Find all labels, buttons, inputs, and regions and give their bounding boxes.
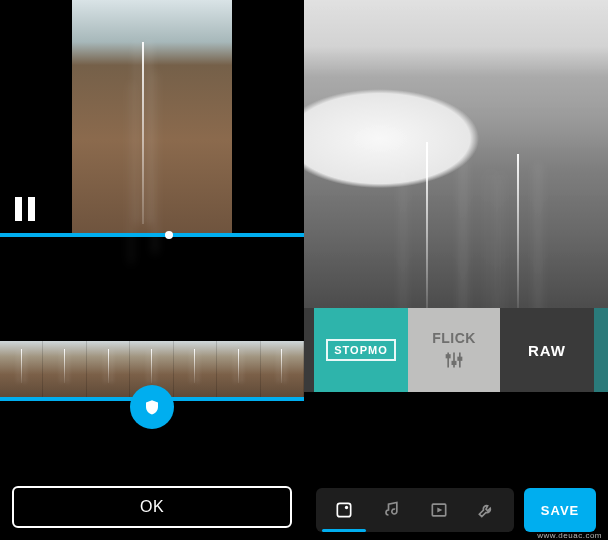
filter-stopmo[interactable]: STOPMO	[314, 308, 408, 392]
svg-rect-4	[452, 362, 455, 365]
filmstrip-thumb[interactable]	[0, 341, 43, 397]
spacer	[304, 392, 608, 488]
nav-group	[316, 488, 514, 532]
filter-raw[interactable]: RAW	[500, 308, 594, 392]
play-frame-icon	[429, 500, 449, 520]
filmstrip-area	[0, 341, 304, 401]
playback-timeline[interactable]	[0, 233, 304, 237]
video-trim-screen: OK	[0, 0, 304, 540]
filter-carousel[interactable]: STOPMO FLICK RAW	[304, 308, 608, 392]
filmstrip-thumb[interactable]	[174, 341, 217, 397]
filmstrip-thumb[interactable]	[261, 341, 304, 397]
sparkle-icon	[334, 500, 354, 520]
filmstrip-thumb[interactable]	[217, 341, 260, 397]
nav-music[interactable]	[374, 493, 408, 527]
ok-area: OK	[0, 486, 304, 528]
filter-preview[interactable]	[304, 0, 608, 308]
pause-button[interactable]	[10, 195, 40, 223]
pause-icon	[28, 197, 35, 221]
music-icon	[381, 500, 401, 520]
sliders-icon	[444, 350, 464, 370]
svg-rect-5	[458, 358, 461, 361]
split-button[interactable]	[130, 385, 174, 429]
shield-down-icon	[143, 397, 161, 417]
save-label: SAVE	[541, 503, 579, 518]
svg-rect-6	[337, 503, 350, 516]
svg-point-7	[345, 506, 348, 509]
bottom-bar: SAVE	[304, 488, 608, 532]
watermark: www.deuac.com	[537, 531, 602, 540]
flick-label: FLICK	[432, 330, 476, 346]
nav-active-indicator	[322, 529, 366, 532]
nav-format[interactable]	[422, 493, 456, 527]
filter-prev-peek[interactable]	[304, 308, 314, 392]
svg-rect-3	[447, 355, 450, 358]
wrench-icon	[476, 500, 496, 520]
video-preview-area	[0, 0, 304, 245]
nav-tools[interactable]	[469, 493, 503, 527]
save-button[interactable]: SAVE	[524, 488, 596, 532]
filter-screen: STOPMO FLICK RAW	[304, 0, 608, 540]
stopmo-label: STOPMO	[326, 339, 395, 361]
ok-button[interactable]: OK	[12, 486, 292, 528]
preview-image	[304, 0, 608, 308]
nav-effects[interactable]	[327, 493, 361, 527]
pause-icon	[15, 197, 22, 221]
filter-next-peek[interactable]	[594, 308, 608, 392]
filmstrip-thumb[interactable]	[43, 341, 86, 397]
filmstrip-thumb[interactable]	[87, 341, 130, 397]
raw-label: RAW	[528, 342, 566, 359]
ok-label: OK	[140, 498, 164, 516]
video-frame[interactable]	[72, 0, 232, 233]
filter-flick[interactable]: FLICK	[408, 308, 500, 392]
